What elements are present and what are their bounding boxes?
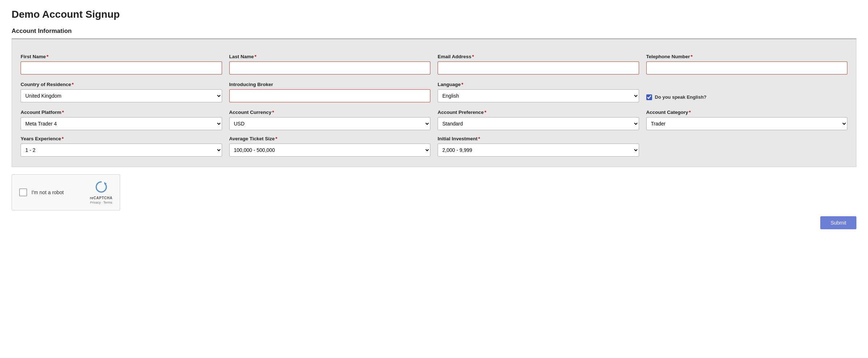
category-required: * — [689, 110, 691, 115]
ticket-required: * — [276, 136, 277, 141]
submit-row: Submit — [12, 216, 856, 229]
preference-select[interactable]: Standard — [438, 117, 639, 130]
last-name-label: Last Name* — [229, 54, 431, 59]
recaptcha-icon — [95, 180, 108, 195]
category-select[interactable]: Trader — [646, 117, 848, 130]
section-title: Account Information — [12, 27, 856, 35]
country-label: Country of Residence* — [21, 82, 222, 87]
row-3: Account Platform* Meta Trader 4 Account … — [21, 110, 847, 130]
years-label: Years Experience* — [21, 136, 222, 141]
telephone-required: * — [691, 54, 693, 59]
account-info-section: First Name* Last Name* Email Address* Te… — [12, 39, 856, 167]
captcha-checkbox[interactable] — [19, 188, 27, 196]
speak-english-group: Do you speak English? — [646, 82, 848, 102]
currency-label: Account Currency* — [229, 110, 431, 115]
captcha-label: I'm not a robot — [31, 189, 64, 195]
country-group: Country of Residence* United Kingdom — [21, 82, 222, 102]
captcha-right: reCAPTCHA Privacy · Terms — [90, 180, 112, 204]
submit-button[interactable]: Submit — [820, 216, 856, 229]
telephone-group: Telephone Number* — [646, 54, 848, 74]
speak-english-checkbox[interactable] — [646, 94, 652, 100]
first-name-required: * — [47, 54, 48, 59]
preference-required: * — [485, 110, 486, 115]
currency-group: Account Currency* USD — [229, 110, 431, 130]
ticket-group: Average Ticket Size* 100,000 - 500,000 — [229, 136, 431, 157]
ticket-select[interactable]: 100,000 - 500,000 — [229, 144, 431, 157]
currency-select[interactable]: USD — [229, 117, 431, 130]
row-4: Years Experience* 1 - 2 Average Ticket S… — [21, 136, 847, 157]
category-label: Account Category* — [646, 110, 848, 115]
first-name-input[interactable] — [21, 61, 222, 74]
recaptcha-links: Privacy · Terms — [90, 201, 112, 204]
country-select[interactable]: United Kingdom — [21, 89, 222, 102]
language-select[interactable]: English — [438, 89, 639, 102]
last-name-required: * — [255, 54, 256, 59]
first-name-group: First Name* — [21, 54, 222, 74]
investment-label: Initial Investment* — [438, 136, 639, 141]
email-group: Email Address* — [438, 54, 639, 74]
platform-required: * — [62, 110, 64, 115]
currency-required: * — [272, 110, 274, 115]
telephone-input[interactable] — [646, 61, 848, 74]
empty-cell — [646, 136, 848, 157]
row-1: First Name* Last Name* Email Address* Te… — [21, 54, 847, 74]
platform-group: Account Platform* Meta Trader 4 — [21, 110, 222, 130]
email-label: Email Address* — [438, 54, 639, 59]
speak-english-label[interactable]: Do you speak English? — [655, 94, 707, 100]
preference-label: Account Preference* — [438, 110, 639, 115]
page-title: Demo Account Signup — [12, 9, 856, 20]
country-required: * — [72, 82, 74, 87]
investment-required: * — [478, 136, 480, 141]
category-group: Account Category* Trader — [646, 110, 848, 130]
years-required: * — [62, 136, 64, 141]
first-name-label: First Name* — [21, 54, 222, 59]
row-2: Country of Residence* United Kingdom Int… — [21, 82, 847, 102]
last-name-group: Last Name* — [229, 54, 431, 74]
recaptcha-brand: reCAPTCHA — [90, 196, 112, 200]
platform-label: Account Platform* — [21, 110, 222, 115]
language-group: Language* English — [438, 82, 639, 102]
broker-input[interactable] — [229, 89, 431, 102]
investment-select[interactable]: 2,000 - 9,999 — [438, 144, 639, 157]
broker-group: Introducing Broker — [229, 82, 431, 102]
captcha-box: I'm not a robot reCAPTCHA Privacy · Term… — [12, 174, 120, 210]
broker-label: Introducing Broker — [229, 82, 431, 87]
email-required: * — [472, 54, 474, 59]
platform-select[interactable]: Meta Trader 4 — [21, 117, 222, 130]
language-label: Language* — [438, 82, 639, 87]
years-select[interactable]: 1 - 2 — [21, 144, 222, 157]
years-group: Years Experience* 1 - 2 — [21, 136, 222, 157]
investment-group: Initial Investment* 2,000 - 9,999 — [438, 136, 639, 157]
telephone-label: Telephone Number* — [646, 54, 848, 59]
captcha-left: I'm not a robot — [19, 188, 64, 196]
language-required: * — [461, 82, 463, 87]
email-input[interactable] — [438, 61, 639, 74]
last-name-input[interactable] — [229, 61, 431, 74]
ticket-label: Average Ticket Size* — [229, 136, 431, 141]
preference-group: Account Preference* Standard — [438, 110, 639, 130]
